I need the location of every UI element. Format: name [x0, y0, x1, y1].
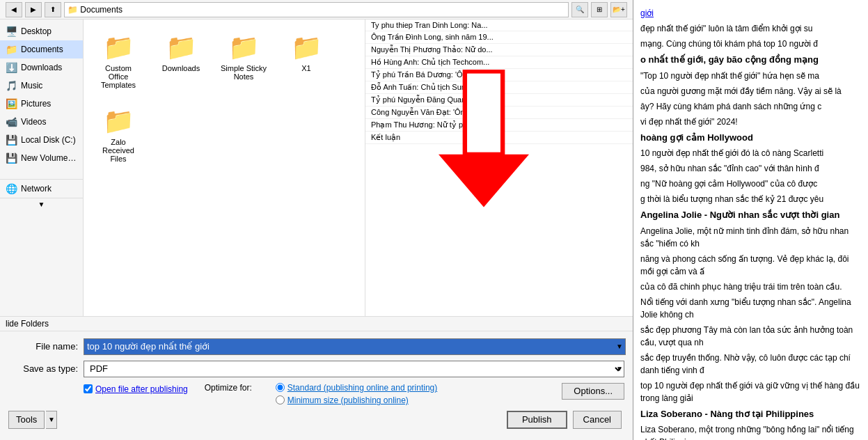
pictures-icon: 🖼️ — [6, 98, 17, 109]
optimize-standard-label[interactable]: Standard (publishing online and printing… — [287, 383, 437, 393]
toolbar-search-button[interactable]: 🔍 — [571, 2, 588, 17]
optimize-minimum-label[interactable]: Minimum size (publishing online) — [287, 395, 409, 405]
sidebar-item-pictures[interactable]: 🖼️ Pictures — [0, 95, 83, 113]
optimize-minimum-row: Minimum size (publishing online) — [276, 395, 437, 405]
publish-button[interactable]: Publish — [507, 411, 567, 429]
dialog-toolbar: ◀ ▶ ⬆ 📁 Documents 🔍 ⊞ 📂+ — [0, 0, 633, 19]
save-dialog: ◀ ▶ ⬆ 📁 Documents 🔍 ⊞ 📂+ 🖥️ Desktop 📁 Do… — [0, 0, 633, 440]
toolbar-view-button[interactable]: ⊞ — [591, 2, 608, 17]
optimize-standard-row: Standard (publishing online and printing… — [276, 383, 437, 393]
sidebar-item-label: Documents — [21, 45, 63, 54]
network-icon: 🌐 — [6, 183, 17, 194]
sidebar-item-label: Local Disk (C:) — [21, 135, 76, 145]
filename-row: File name: ▼ — [8, 338, 624, 355]
folder-icon: 📁 — [102, 104, 135, 138]
dialog-main-body: 🖥️ Desktop 📁 Documents ⬇️ Downloads 🎵 Mu… — [0, 19, 633, 316]
sidebar-item-label: New Volume (D: — [21, 153, 77, 163]
sidebar-item-label: Network — [21, 184, 52, 194]
document-text-area: giới đẹp nhất thế giới" luôn là tâm điểm… — [633, 0, 868, 440]
filename-input[interactable] — [84, 338, 626, 355]
file-item[interactable]: 📁 Zalo Received Files — [90, 100, 146, 167]
hide-folders-bar[interactable]: lide Folders — [0, 316, 633, 331]
savetype-select[interactable]: PDF DOCX ODT TXT — [84, 361, 624, 377]
open-file-label[interactable]: Open file after publishing — [95, 384, 188, 394]
file-item[interactable]: 📁 X1 — [278, 26, 334, 93]
list-item[interactable]: Đỗ Anh Tuấn: Chủ tịch Sunshine... — [365, 81, 633, 94]
sidebar-item-music[interactable]: 🎵 Music — [0, 77, 83, 95]
folder-icon: 📁 — [290, 31, 323, 64]
tools-dropdown-arrow[interactable]: ▼ — [46, 411, 57, 429]
sidebar-item-new-volume[interactable]: 💾 New Volume (D: — [0, 149, 83, 167]
toolbar-back-button[interactable]: ◀ — [6, 2, 22, 17]
optimize-for-area: Optimize for: Standard (publishing onlin… — [205, 383, 438, 405]
sidebar: 🖥️ Desktop 📁 Documents ⬇️ Downloads 🎵 Mu… — [0, 19, 84, 316]
dialog-bottom-form: File name: ▼ Save as type: PDF DOCX ODT … — [0, 331, 633, 440]
downloads-icon: ⬇️ — [6, 62, 17, 73]
optimize-standard-radio[interactable] — [276, 383, 285, 392]
sidebar-scroll-down[interactable]: ▼ — [0, 198, 83, 210]
local-disk-icon: 💾 — [6, 134, 17, 146]
savetype-wrapper: PDF DOCX ODT TXT ▼ — [84, 361, 624, 377]
list-item[interactable]: Nguyễn Thị Phương Thảo: Nữ do... — [365, 44, 633, 56]
filename-label: File name: — [8, 341, 78, 352]
list-item[interactable]: Ty phu thiep Tran Dinh Long: Na... — [365, 19, 633, 31]
folder-icon: 📁 — [227, 31, 260, 64]
sidebar-item-label: Downloads — [21, 63, 62, 72]
documents-icon: 📁 — [6, 44, 17, 55]
savetype-row: Save as type: PDF DOCX ODT TXT ▼ — [8, 361, 624, 377]
cancel-button[interactable]: Cancel — [573, 411, 622, 429]
sidebar-item-label: Videos — [21, 117, 46, 127]
videos-icon: 📹 — [6, 116, 17, 127]
list-item[interactable]: Tỷ phú Nguyễn Đăng Quang: Ch... — [365, 94, 633, 107]
file-item[interactable]: 📁 Downloads — [153, 26, 209, 93]
sidebar-item-local-disk[interactable]: 💾 Local Disk (C:) — [0, 131, 83, 149]
tools-button[interactable]: Tools — [8, 411, 45, 429]
list-item[interactable]: Phạm Thu Hương: Nữ tỷ phú quy... — [365, 119, 633, 132]
sidebar-item-network[interactable]: 🌐 Network — [0, 180, 83, 198]
desktop-icon: 🖥️ — [6, 26, 17, 37]
toolbar-up-button[interactable]: ⬆ — [45, 2, 61, 17]
list-items-area: Ty phu thiep Tran Dinh Long: Na... Ông T… — [365, 19, 633, 316]
nav-path[interactable]: 📁 Documents — [64, 2, 569, 17]
sidebar-item-videos[interactable]: 📹 Videos — [0, 113, 83, 131]
open-file-checkbox-area: Open file after publishing — [84, 384, 188, 394]
sidebar-item-documents[interactable]: 📁 Documents — [0, 40, 83, 58]
folder-icon: 📁 — [164, 31, 198, 64]
sidebar-item-label: Pictures — [21, 99, 51, 109]
tools-area: Tools ▼ — [8, 411, 57, 429]
sidebar-item-label: Music — [21, 81, 42, 91]
options-button[interactable]: Options... — [562, 383, 624, 400]
list-item[interactable]: Tỷ phú Trần Bá Dương: 'Ông vua... — [365, 69, 633, 81]
file-item[interactable]: 📁 Custom Office Templates — [90, 26, 146, 93]
list-item[interactable]: Ông Trần Đình Long, sinh năm 19... — [365, 31, 633, 44]
sidebar-item-label: Desktop — [21, 26, 52, 36]
file-item[interactable]: 📁 Simple Sticky Notes — [216, 26, 271, 93]
open-file-checkbox[interactable] — [84, 384, 93, 393]
file-area: 📁 Custom Office Templates 📁 Downloads 📁 … — [84, 19, 365, 316]
savetype-label: Save as type: — [8, 363, 78, 374]
sidebar-item-desktop[interactable]: 🖥️ Desktop — [0, 22, 83, 40]
sidebar-item-downloads[interactable]: ⬇️ Downloads — [0, 58, 83, 77]
buttons-row: Tools ▼ Publish Cancel — [8, 411, 624, 429]
list-item[interactable]: Hồ Hùng Anh: Chủ tịch Techcom... — [365, 56, 633, 69]
list-item[interactable]: Công Nguyễn Văn Đạt: 'Ông trùm... — [365, 107, 633, 119]
optimize-label: Optimize for: — [205, 383, 252, 393]
toolbar-newdir-button[interactable]: 📂+ — [610, 2, 627, 17]
optimize-options: Standard (publishing online and printing… — [276, 383, 437, 405]
music-icon: 🎵 — [6, 80, 17, 91]
list-item[interactable]: Kết luận — [365, 132, 633, 144]
new-volume-icon: 💾 — [6, 152, 17, 164]
toolbar-forward-button[interactable]: ▶ — [25, 2, 42, 17]
doc-link-1[interactable]: giới — [640, 8, 654, 18]
folder-icon: 📁 — [102, 31, 135, 64]
optimize-minimum-radio[interactable] — [276, 395, 285, 404]
